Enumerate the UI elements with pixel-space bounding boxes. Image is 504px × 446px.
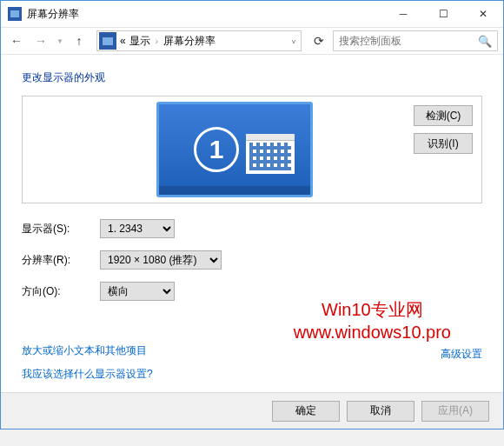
maximize-button[interactable]: ☐ — [423, 1, 463, 27]
ok-button[interactable]: 确定 — [272, 401, 340, 422]
apply-button: 应用(A) — [421, 401, 489, 422]
advanced-settings-link[interactable]: 高级设置 — [441, 347, 482, 362]
minimize-button[interactable]: ─ — [383, 1, 423, 27]
orientation-select[interactable]: 横向 — [100, 282, 175, 301]
content-pane: 更改显示器的外观 1 检测(C) 识别(I) 显示器(S): 1. 2343 分… — [1, 55, 503, 392]
panel-buttons: 检测(C) 识别(I) — [414, 105, 473, 154]
which-display-link[interactable]: 我应该选择什么显示器设置? — [22, 367, 153, 382]
titlebar: 屏幕分辨率 ─ ☐ ✕ — [1, 1, 503, 27]
chevron-right-icon: › — [152, 36, 162, 46]
address-bar[interactable]: « 显示 › 屏幕分辨率 v — [96, 30, 302, 51]
display-select[interactable]: 1. 2343 — [100, 219, 175, 238]
cancel-button[interactable]: 取消 — [347, 401, 414, 422]
refresh-button[interactable]: ⟳ — [308, 30, 329, 51]
detect-button[interactable]: 检测(C) — [414, 105, 473, 126]
app-icon — [8, 7, 22, 21]
resolution-label: 分辨率(R): — [22, 253, 100, 268]
resolution-select[interactable]: 1920 × 1080 (推荐) — [100, 250, 222, 270]
watermark-line2: www.windows10.pro — [294, 321, 451, 343]
text-size-link[interactable]: 放大或缩小文本和其他项目 — [22, 343, 153, 358]
page-title: 更改显示器的外观 — [22, 70, 482, 85]
monitor-number-badge: 1 — [194, 127, 239, 172]
crumb-prefix: « — [118, 35, 128, 47]
back-button[interactable]: ← — [6, 30, 27, 51]
identify-button[interactable]: 识别(I) — [414, 133, 473, 154]
close-button[interactable]: ✕ — [463, 1, 503, 27]
forward-button: → — [30, 30, 51, 51]
watermark-text: Win10专业网 www.windows10.pro — [294, 298, 451, 343]
search-icon[interactable]: 🔍 — [478, 35, 492, 48]
location-icon — [99, 32, 116, 50]
display-label: 显示器(S): — [22, 222, 100, 236]
nav-bar: ← → ▼ ↑ « 显示 › 屏幕分辨率 v ⟳ 🔍 — [1, 27, 503, 55]
window-title: 屏幕分辨率 — [27, 7, 383, 22]
crumb-resolution[interactable]: 屏幕分辨率 — [162, 34, 217, 49]
orientation-label: 方向(O): — [22, 284, 100, 299]
address-dropdown-icon[interactable]: v — [287, 37, 301, 45]
history-dropdown-icon[interactable]: ▼ — [55, 37, 65, 45]
window: 屏幕分辨率 ─ ☐ ✕ ← → ▼ ↑ « 显示 › 屏幕分辨率 v ⟳ 🔍 更… — [0, 0, 504, 429]
search-box[interactable]: 🔍 — [333, 30, 498, 51]
desktop-icon — [246, 134, 295, 174]
watermark-line1: Win10专业网 — [294, 298, 451, 321]
settings-form: 显示器(S): 1. 2343 分辨率(R): 1920 × 1080 (推荐)… — [22, 219, 482, 301]
crumb-display[interactable]: 显示 — [128, 34, 152, 49]
display-preview-panel: 1 检测(C) 识别(I) — [22, 96, 482, 203]
monitor-thumbnail[interactable]: 1 — [156, 102, 313, 197]
search-input[interactable] — [339, 35, 478, 47]
dialog-footer: 确定 取消 应用(A) — [1, 392, 503, 429]
up-button[interactable]: ↑ — [69, 30, 90, 51]
help-links: 放大或缩小文本和其他项目 我应该选择什么显示器设置? — [22, 343, 153, 382]
window-controls: ─ ☐ ✕ — [383, 1, 503, 27]
